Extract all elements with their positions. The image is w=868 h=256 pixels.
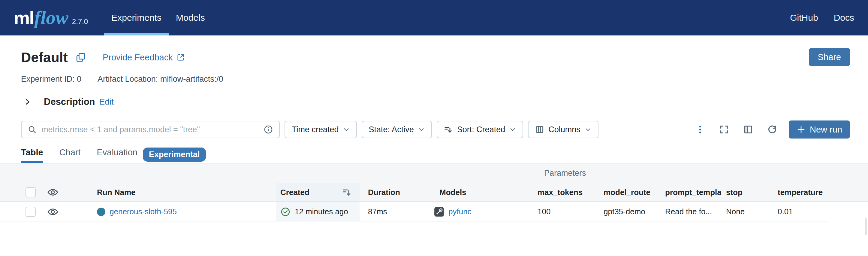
tab-chart[interactable]: Chart [59,147,81,163]
column-header-duration[interactable]: Duration [360,188,426,197]
more-options-button[interactable] [695,124,705,135]
columns-icon [535,125,544,134]
page-title: Default [21,49,68,65]
column-header-run-name[interactable]: Run Name [72,183,276,201]
max-tokens-cell: 100 [533,207,599,216]
search-box [21,121,280,138]
runs-toolbar: Time created State: Active Sort: Created [21,120,850,139]
artifact-location-label: Artifact Location: mlflow-artifacts:/0 [97,75,223,84]
state-filter[interactable]: State: Active [362,121,432,138]
experiment-meta: Experiment ID: 0 Artifact Location: mlfl… [21,75,850,84]
nav-item-label: Models [176,12,205,23]
eye-icon [47,186,59,198]
header-visibility-cell [45,183,72,201]
copy-icon [75,52,86,62]
visibility-toggle-all-button[interactable] [47,186,59,198]
column-header-label: Models [439,188,466,197]
kebab-menu-icon [695,124,705,135]
view-tabs: Table Chart Evaluation Experimental [21,147,850,163]
column-header-models[interactable]: Models [426,183,533,201]
created-time-label: 12 minutes ago [295,207,348,216]
plus-icon [797,125,806,134]
models-cell: pyfunc [426,202,533,222]
column-header-created[interactable]: Created [276,183,360,201]
row-checkbox[interactable] [26,207,36,217]
search-input[interactable] [41,125,259,134]
run-name-link[interactable]: generous-sloth-595 [110,207,177,216]
time-created-filter[interactable]: Time created [284,121,357,138]
experiment-id-label: Experiment ID: 0 [21,75,81,84]
sort-select[interactable]: Sort: Created [437,121,523,138]
description-expand-button[interactable] [23,98,31,106]
run-name-cell: generous-sloth-595 [72,202,276,222]
column-header-stop[interactable]: stop [721,188,773,197]
select-all-checkbox[interactable] [26,187,36,197]
visibility-toggle-button[interactable] [47,206,59,218]
nav-item-experiments[interactable]: Experiments [104,0,169,35]
columns-select[interactable]: Columns [528,121,598,138]
description-edit-link[interactable]: Edit [99,97,114,107]
top-navbar: ml flow 2.7.0 Experiments Models GitHub … [0,0,868,35]
description-label: Description [44,96,95,107]
navbar-right-links: GitHub Docs [790,12,854,23]
description-section: Description Edit [21,96,850,107]
refresh-button[interactable] [767,124,777,135]
column-header-max-tokens[interactable]: max_tokens [533,188,599,197]
nav-item-models[interactable]: Models [169,0,212,35]
group-header-parameters: Parameters [533,169,868,178]
logo-text-flow: flow [34,7,68,29]
share-button[interactable]: Share [809,48,850,66]
column-header-label: Run Name [97,188,136,197]
table-row: generous-sloth-595 12 minutes ago 87ms [0,202,868,222]
navbar-links: Experiments Models [104,0,212,35]
fullscreen-button[interactable] [719,124,729,135]
provide-feedback-link[interactable]: Provide Feedback [103,53,185,62]
column-header-label: prompt_template [665,188,721,197]
nav-item-label: GitHub [790,12,818,23]
column-header-temperature[interactable]: temperature [773,188,868,197]
chevron-right-icon [23,98,31,106]
sort-descending-icon[interactable] [342,188,352,197]
temperature-cell: 0.01 [773,207,868,216]
mlflow-logo[interactable]: ml flow 2.7.0 [14,7,88,29]
row-visibility-cell [45,202,72,222]
filter-label: Sort: Created [457,125,505,134]
column-header-label: stop [726,188,743,197]
copy-experiment-name-button[interactable] [75,52,86,62]
chevron-down-icon [509,126,516,133]
chevron-down-icon [585,126,591,133]
filter-label: Time created [292,125,339,134]
model-icon [433,206,445,218]
toggle-sidebar-button[interactable] [743,124,753,135]
external-link-icon [177,53,185,62]
column-header-model-route[interactable]: model_route [599,188,660,197]
model-route-cell: gpt35-demo [599,207,660,216]
status-finished-icon [280,207,290,217]
model-link[interactable]: pyfunc [448,207,471,216]
chevron-down-icon [343,126,350,133]
new-run-button[interactable]: New run [789,120,850,139]
sort-descending-icon [444,125,453,134]
scrollbar[interactable] [865,218,867,235]
column-header-label: Created [280,188,309,197]
chevron-down-icon [418,126,425,133]
column-header-prompt-template[interactable]: prompt_template [660,188,721,197]
new-run-label: New run [810,125,842,135]
tab-evaluation[interactable]: Evaluation [97,147,137,163]
table-header-row: Run Name Created Duration Models max_tok… [0,183,868,202]
nav-item-github[interactable]: GitHub [790,12,818,23]
tab-table[interactable]: Table [21,147,43,163]
version-label: 2.7.0 [72,18,88,26]
created-cell: 12 minutes ago [276,202,360,222]
nav-item-label: Docs [834,12,854,23]
info-icon[interactable] [264,125,273,134]
feedback-link-label: Provide Feedback [103,53,173,62]
runs-table: Parameters Run Name [0,163,868,222]
table-group-header-row: Parameters [0,163,868,183]
column-header-label: model_route [603,188,650,197]
nav-item-docs[interactable]: Docs [834,12,854,23]
fullscreen-icon [719,124,729,135]
toolbar-icon-group [695,124,777,135]
prompt-template-cell: Read the fo... [660,207,721,216]
column-header-label: temperature [778,188,823,197]
